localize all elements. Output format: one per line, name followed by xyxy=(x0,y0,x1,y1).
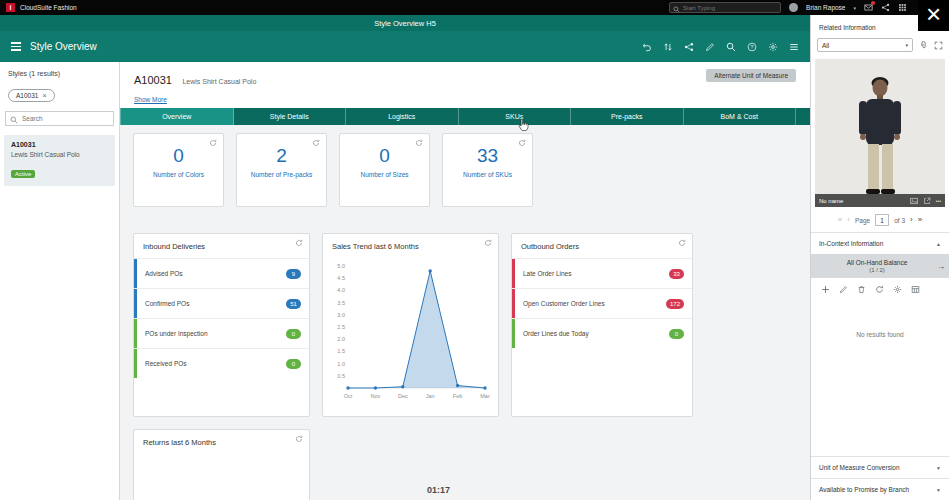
image-caption-bar: No name ••• xyxy=(815,194,945,207)
page-number-input[interactable] xyxy=(875,214,889,226)
export-icon[interactable] xyxy=(923,197,931,205)
list-item[interactable]: Confirmed POs 51 xyxy=(134,288,309,318)
tab-bom-cost[interactable]: BoM & Cost xyxy=(684,108,797,125)
tab-logistics[interactable]: Logistics xyxy=(346,108,459,125)
list-item[interactable]: Late Order Lines 33 xyxy=(512,258,692,288)
attachment-icon[interactable] xyxy=(919,41,928,50)
expand-icon[interactable] xyxy=(934,41,943,50)
tab-skus[interactable]: SKUs xyxy=(459,108,572,125)
refresh-icon[interactable] xyxy=(312,139,320,147)
menu-icon[interactable] xyxy=(11,42,21,51)
more-options-icon[interactable]: ••• xyxy=(936,198,941,204)
global-search-input[interactable] xyxy=(683,5,777,11)
kpi-card-pre-packs[interactable]: 2 Number of Pre-packs xyxy=(236,133,327,207)
svg-text:Oct: Oct xyxy=(344,393,353,399)
help-icon[interactable]: ? xyxy=(747,42,757,52)
search-icon[interactable] xyxy=(726,42,736,52)
image-icon[interactable] xyxy=(910,197,918,205)
tab-style-details[interactable]: Style Details xyxy=(234,108,347,125)
accent-bar xyxy=(134,259,137,288)
kpi-value: 33 xyxy=(443,145,532,167)
style-item-code: A10031 xyxy=(11,141,108,148)
count-badge: 0 xyxy=(286,329,301,339)
widget-row: Inbound Deliveries Advised POs 9 Confirm… xyxy=(133,233,797,417)
kpi-card-colors[interactable]: 0 Number of Colors xyxy=(133,133,224,207)
gear-icon[interactable] xyxy=(893,285,902,294)
model-photo-illustration xyxy=(815,59,945,207)
kpi-card-skus[interactable]: 33 Number of SKUs xyxy=(442,133,533,207)
svg-text:Feb: Feb xyxy=(453,393,462,399)
count-badge: 33 xyxy=(669,269,684,279)
refresh-icon[interactable] xyxy=(518,139,526,147)
dropdown-value: All xyxy=(822,42,829,49)
list-item-style[interactable]: A10031 Lewis Shirt Casual Polo Active xyxy=(4,135,115,186)
add-icon[interactable] xyxy=(821,285,830,294)
filter-chip-label: A10031 xyxy=(16,92,38,99)
list-item[interactable]: Advised POs 9 xyxy=(134,258,309,288)
last-page-icon[interactable]: » xyxy=(918,216,922,224)
card-title: Returns last 6 Months xyxy=(134,430,309,454)
svg-text:2.0: 2.0 xyxy=(337,336,345,342)
delete-icon[interactable] xyxy=(857,285,866,294)
user-name[interactable]: Brian Rapose xyxy=(806,4,845,11)
edit-icon[interactable] xyxy=(705,42,715,52)
kpi-card-sizes[interactable]: 0 Number of Sizes xyxy=(339,133,430,207)
list-item[interactable]: POs under Inspection 0 xyxy=(134,318,309,348)
in-context-selected-item[interactable]: All On-Hand Balance (1 / 2) → xyxy=(811,254,949,278)
alternate-uom-button[interactable]: Alternate Unit of Measure xyxy=(706,69,796,82)
app-grid-icon[interactable] xyxy=(898,3,907,12)
sort-icon[interactable] xyxy=(663,42,673,52)
kpi-label: Number of Sizes xyxy=(340,171,429,180)
share-icon[interactable] xyxy=(881,3,890,12)
show-more-link[interactable]: Show More xyxy=(134,96,167,103)
svg-text:?: ? xyxy=(751,43,754,49)
edit-icon[interactable] xyxy=(839,285,848,294)
refresh-icon[interactable] xyxy=(415,139,423,147)
list-item[interactable]: Received POs 0 xyxy=(134,348,309,378)
kpi-value: 2 xyxy=(237,145,326,167)
sidebar-search[interactable] xyxy=(5,111,114,126)
list-item[interactable]: Open Customer Order Lines 172 xyxy=(512,288,692,318)
chevron-down-icon: ▼ xyxy=(936,487,941,493)
section-uom-conversion[interactable]: Unit of Measure Conversion ▼ xyxy=(811,457,949,478)
share-icon[interactable] xyxy=(684,42,694,52)
user-menu-caret-icon[interactable]: ▾ xyxy=(853,5,856,11)
global-search[interactable] xyxy=(669,2,781,13)
refresh-icon[interactable] xyxy=(209,139,217,147)
user-avatar[interactable] xyxy=(789,3,798,12)
refresh-icon[interactable] xyxy=(875,285,884,294)
gear-icon[interactable] xyxy=(768,42,778,52)
card-title: Outbound Orders xyxy=(512,234,692,258)
product-image[interactable]: No name ••• xyxy=(815,59,945,207)
style-item-name: Lewis Shirt Casual Polo xyxy=(11,151,108,158)
first-page-icon[interactable]: « xyxy=(838,216,842,224)
count-badge: 9 xyxy=(286,269,301,279)
tab-pre-packs[interactable]: Pre-packs xyxy=(571,108,684,125)
refresh-icon[interactable] xyxy=(678,239,686,247)
related-info-filter-dropdown[interactable]: All ▾ xyxy=(817,38,913,52)
refresh-icon[interactable] xyxy=(484,239,492,247)
chip-close-icon[interactable]: × xyxy=(42,92,46,99)
filter-chip[interactable]: A10031 × xyxy=(8,89,55,102)
accent-bar xyxy=(134,289,137,318)
refresh-icon[interactable] xyxy=(295,435,303,443)
section-label: Unit of Measure Conversion xyxy=(819,464,900,471)
close-icon[interactable]: × xyxy=(918,0,949,31)
in-context-section-header[interactable]: In-Context Information ▲ xyxy=(811,233,949,254)
list-item[interactable]: Order Lines due Today 0 xyxy=(512,318,692,348)
list-menu-icon[interactable] xyxy=(789,42,799,52)
mail-icon[interactable] xyxy=(864,3,873,12)
section-atp-by-branch[interactable]: Available to Promise by Branch ▼ xyxy=(811,479,949,500)
previous-page-icon[interactable]: ‹ xyxy=(847,216,850,224)
arrow-right-icon[interactable]: → xyxy=(937,262,945,271)
next-page-icon[interactable]: › xyxy=(910,216,913,224)
undo-icon[interactable] xyxy=(642,42,652,52)
chevron-down-icon: ▾ xyxy=(905,42,908,48)
table-icon[interactable] xyxy=(911,285,920,294)
tab-overview[interactable]: Overview xyxy=(120,108,234,125)
kpi-label: Number of Colors xyxy=(134,171,223,180)
search-icon xyxy=(673,0,680,17)
refresh-icon[interactable] xyxy=(295,239,303,247)
page-label: Page xyxy=(855,217,870,224)
sidebar-search-input[interactable] xyxy=(22,115,109,122)
